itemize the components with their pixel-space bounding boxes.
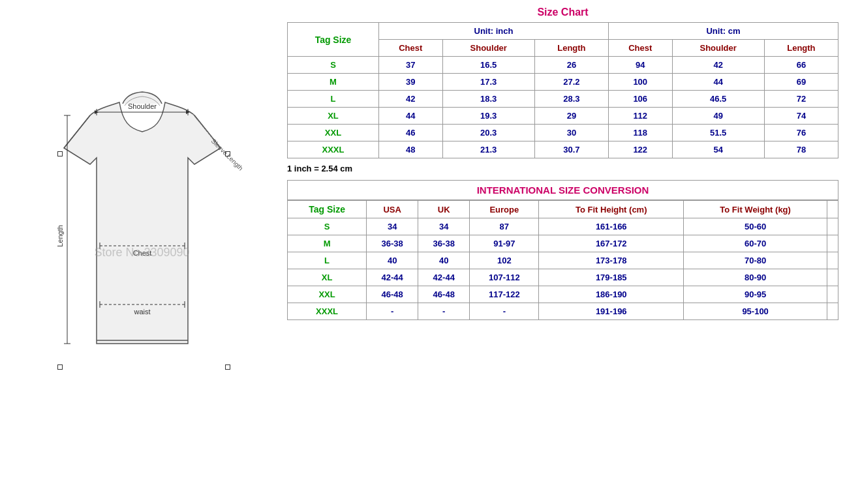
tag-size-cell: S xyxy=(288,57,379,74)
shoulder-cm-cell: 42 xyxy=(672,57,764,74)
size-data-row: L 42 18.3 28.3 106 46.5 72 xyxy=(288,91,838,108)
conv-weight-cell: 50-60 xyxy=(684,218,827,235)
conv-tag-cell: S xyxy=(288,218,367,235)
conv-europe-cell: 107-112 xyxy=(470,269,539,286)
tshirt-diagram: Shoulder Chest Length waist Sleeve Lengt… xyxy=(18,50,266,454)
chest-cm-cell: 118 xyxy=(608,125,672,141)
conv-height-cell: 161-166 xyxy=(539,218,684,235)
conv-empty-cell xyxy=(827,235,838,252)
conv-empty-cell xyxy=(827,252,838,269)
chest-inch-cell: 39 xyxy=(379,74,443,91)
conv-usa-cell: 46-48 xyxy=(367,286,418,303)
corner-marker-br xyxy=(225,364,230,370)
length-inch-cell: 30 xyxy=(534,125,608,141)
conv-col-empty xyxy=(827,201,838,218)
length-cm-cell: 76 xyxy=(764,125,838,141)
size-data-body: S 37 16.5 26 94 42 66 M 39 17.3 27.2 100… xyxy=(288,57,838,158)
tag-size-header: Tag Size xyxy=(288,23,379,57)
conv-data-row: XXL 46-48 46-48 117-122 186-190 90-95 xyxy=(288,286,838,303)
shoulder-cm-cell: 49 xyxy=(672,108,764,125)
conv-col-uk: UK xyxy=(418,201,470,218)
conv-empty-cell xyxy=(827,218,838,235)
col-length-cm: Length xyxy=(764,40,838,57)
conv-tag-cell: XXL xyxy=(288,286,367,303)
shoulder-inch-cell: 21.3 xyxy=(442,141,534,158)
tag-size-cell: XXXL xyxy=(288,141,379,158)
unit-cm-header: Unit: cm xyxy=(608,23,838,40)
length-inch-cell: 29 xyxy=(534,108,608,125)
chest-inch-cell: 46 xyxy=(379,125,443,141)
col-shoulder-inch: Shoulder xyxy=(442,40,534,57)
conv-empty-cell xyxy=(827,286,838,303)
conv-height-cell: 179-185 xyxy=(539,269,684,286)
shoulder-cm-cell: 54 xyxy=(672,141,764,158)
right-panel: Size Chart Tag Size Unit: inch Unit: cm … xyxy=(284,0,845,504)
col-chest-cm: Chest xyxy=(608,40,672,57)
unit-inch-header: Unit: inch xyxy=(379,23,609,40)
col-shoulder-cm: Shoulder xyxy=(672,40,764,57)
size-data-row: XXXL 48 21.3 30.7 122 54 78 xyxy=(288,141,838,158)
size-data-row: M 39 17.3 27.2 100 44 69 xyxy=(288,74,838,91)
svg-text:Length: Length xyxy=(56,225,64,247)
conv-data-row: M 36-38 36-38 91-97 167-172 60-70 xyxy=(288,235,838,252)
conv-height-cell: 167-172 xyxy=(539,235,684,252)
left-panel: Shoulder Chest Length waist Sleeve Lengt… xyxy=(0,0,284,504)
size-data-row: XL 44 19.3 29 112 49 74 xyxy=(288,108,838,125)
conv-usa-cell: 34 xyxy=(367,218,418,235)
chest-inch-cell: 44 xyxy=(379,108,443,125)
svg-text:Shoulder: Shoulder xyxy=(127,102,156,110)
conv-uk-cell: 36-38 xyxy=(418,235,470,252)
conv-tag-size-header: Tag Size xyxy=(288,201,367,218)
conv-tag-cell: XL xyxy=(288,269,367,286)
shoulder-inch-cell: 20.3 xyxy=(442,125,534,141)
conv-empty-cell xyxy=(827,269,838,286)
corner-marker-tl xyxy=(57,151,63,156)
conv-europe-cell: 102 xyxy=(470,252,539,269)
chest-inch-cell: 37 xyxy=(379,57,443,74)
conv-height-cell: 186-190 xyxy=(539,286,684,303)
shoulder-inch-cell: 18.3 xyxy=(442,91,534,108)
chest-cm-cell: 122 xyxy=(608,141,672,158)
shoulder-cm-cell: 51.5 xyxy=(672,125,764,141)
size-chart-table: Tag Size Unit: inch Unit: cm Chest Shoul… xyxy=(287,22,838,158)
length-cm-cell: 66 xyxy=(764,57,838,74)
tag-size-cell: L xyxy=(288,91,379,108)
unit-header-row: Tag Size Unit: inch Unit: cm xyxy=(288,23,838,40)
conv-weight-cell: 70-80 xyxy=(684,252,827,269)
conv-usa-cell: 42-44 xyxy=(367,269,418,286)
chest-inch-cell: 42 xyxy=(379,91,443,108)
tag-size-cell: XL xyxy=(288,108,379,125)
tag-size-cell: XXL xyxy=(288,125,379,141)
length-inch-cell: 28.3 xyxy=(534,91,608,108)
conv-weight-cell: 90-95 xyxy=(684,286,827,303)
conv-weight-cell: 80-90 xyxy=(684,269,827,286)
conv-data-row: L 40 40 102 173-178 70-80 xyxy=(288,252,838,269)
conv-uk-cell: 34 xyxy=(418,218,470,235)
svg-text:waist: waist xyxy=(133,308,150,316)
chest-cm-cell: 106 xyxy=(608,91,672,108)
corner-marker-tr xyxy=(225,151,230,156)
conv-data-row: S 34 34 87 161-166 50-60 xyxy=(288,218,838,235)
col-chest-inch: Chest xyxy=(379,40,443,57)
shoulder-cm-cell: 46.5 xyxy=(672,91,764,108)
corner-marker-bl xyxy=(57,364,63,370)
shoulder-inch-cell: 19.3 xyxy=(442,108,534,125)
length-cm-cell: 69 xyxy=(764,74,838,91)
size-chart-title: Size Chart xyxy=(287,7,838,18)
conv-col-weight: To Fit Weight (kg) xyxy=(684,201,827,218)
conv-europe-cell: 91-97 xyxy=(470,235,539,252)
col-length-inch: Length xyxy=(534,40,608,57)
length-cm-cell: 78 xyxy=(764,141,838,158)
conv-tag-cell: XXXL xyxy=(288,303,367,320)
conv-empty-cell xyxy=(827,303,838,320)
conv-col-usa: USA xyxy=(367,201,418,218)
length-cm-cell: 72 xyxy=(764,91,838,108)
size-data-row: S 37 16.5 26 94 42 66 xyxy=(288,57,838,74)
conv-usa-cell: 36-38 xyxy=(367,235,418,252)
conv-data-row: XXXL - - - 191-196 95-100 xyxy=(288,303,838,320)
conversion-table: Tag Size USA UK Europe To Fit Height (cm… xyxy=(287,200,838,320)
shoulder-inch-cell: 16.5 xyxy=(442,57,534,74)
length-inch-cell: 30.7 xyxy=(534,141,608,158)
conv-col-europe: Europe xyxy=(470,201,539,218)
conv-europe-cell: 117-122 xyxy=(470,286,539,303)
